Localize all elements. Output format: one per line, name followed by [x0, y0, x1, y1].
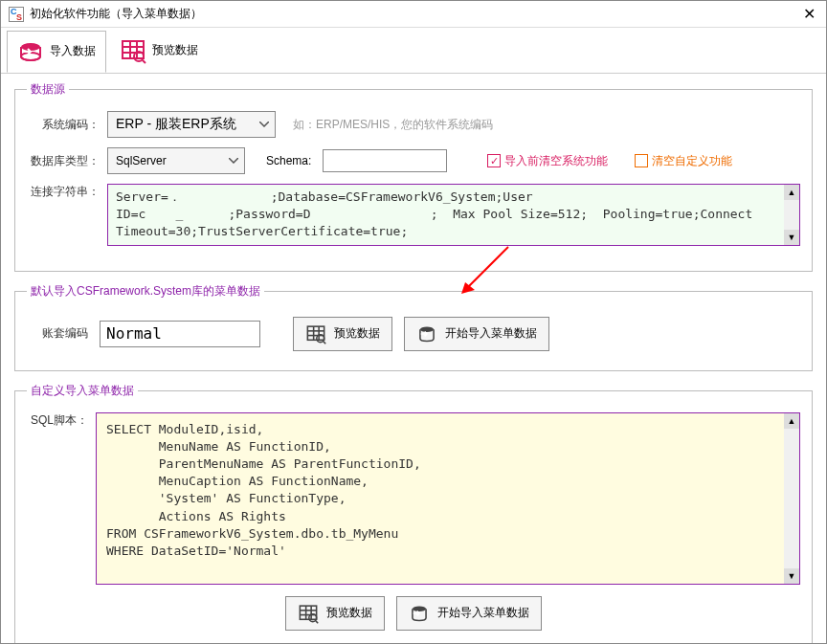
syscode-value: ERP - 服装ERP系统	[116, 116, 236, 133]
schema-label: Schema:	[266, 154, 311, 167]
svg-rect-2	[123, 41, 144, 58]
custom-preview-label: 预览数据	[326, 605, 372, 621]
scroll-up-icon[interactable]: ▲	[784, 413, 799, 429]
scroll-down-icon[interactable]: ▼	[784, 568, 799, 584]
custom-start-label: 开始导入菜单数据	[437, 605, 529, 621]
svg-point-24	[413, 606, 426, 611]
syscode-combo[interactable]: ERP - 服装ERP系统	[107, 111, 276, 138]
connstr-label: 连接字符串：	[27, 184, 100, 200]
custom-start-import-button[interactable]: 开始导入菜单数据	[396, 596, 542, 631]
scroll-up-icon[interactable]: ▲	[784, 185, 799, 200]
sql-script-textarea[interactable]: SELECT ModuleID,isid, MenuName AS Functi…	[96, 412, 800, 585]
svg-point-1	[21, 53, 40, 60]
custom-import-legend: 自定义导入菜单数据	[27, 383, 138, 399]
preview-grid-icon	[305, 323, 326, 344]
custom-import-group: 自定义导入菜单数据 SQL脚本： SELECT ModuleID,isid, M…	[14, 383, 813, 643]
import-db-icon	[416, 323, 437, 344]
chevron-down-icon	[259, 122, 269, 127]
scrollbar[interactable]: ▲ ▼	[784, 185, 799, 245]
checkbox-icon	[635, 154, 648, 167]
checkbox-icon: ✓	[487, 154, 501, 167]
syscode-hint: 如：ERP/MES/HIS，您的软件系统编码	[293, 117, 493, 133]
window: 初始化软件功能（导入菜单数据） ✕ 导入数据 预览数据 数据源 系统编码： ER…	[0, 0, 827, 644]
import-icon	[17, 38, 44, 65]
account-code-input[interactable]	[100, 321, 260, 347]
tab-import-data[interactable]: 导入数据	[7, 31, 106, 73]
close-button[interactable]: ✕	[799, 5, 818, 24]
default-start-import-button[interactable]: 开始导入菜单数据	[404, 317, 549, 351]
default-preview-button[interactable]: 预览数据	[293, 317, 392, 351]
connection-string-textarea[interactable]: Server=． ;Database=CSFrameworkV6_System;…	[107, 184, 800, 246]
default-import-group: 默认导入CSFramework.System库的菜单数据 账套编码 预览数据 开…	[14, 283, 813, 371]
default-import-legend: 默认导入CSFramework.System库的菜单数据	[27, 283, 264, 300]
app-logo-icon	[9, 7, 24, 22]
clear-sysfunc-label: 导入前清空系统功能	[504, 153, 608, 169]
svg-rect-9	[307, 326, 324, 340]
dbtype-value: SqlServer	[116, 154, 167, 167]
svg-point-0	[21, 43, 40, 51]
scrollbar[interactable]: ▲ ▼	[784, 413, 799, 584]
content-area: 数据源 系统编码： ERP - 服装ERP系统 如：ERP/MES/HIS，您的…	[1, 74, 826, 643]
svg-rect-17	[300, 606, 316, 619]
titlebar: 初始化软件功能（导入菜单数据） ✕	[1, 1, 826, 28]
sql-label: SQL脚本：	[27, 412, 88, 429]
clear-sysfunc-checkbox[interactable]: ✓ 导入前清空系统功能	[487, 153, 608, 169]
datasource-legend: 数据源	[27, 81, 69, 98]
syscode-label: 系统编码：	[27, 117, 100, 133]
account-label: 账套编码	[27, 325, 88, 342]
svg-line-15	[324, 341, 325, 343]
tab-bar: 导入数据 预览数据	[1, 28, 826, 74]
svg-line-8	[143, 60, 145, 63]
default-start-label: 开始导入菜单数据	[445, 325, 537, 342]
schema-input[interactable]	[323, 149, 447, 172]
clear-custom-checkbox[interactable]: 清空自定义功能	[635, 153, 732, 169]
preview-grid-icon	[120, 37, 146, 64]
custom-preview-button[interactable]: 预览数据	[285, 596, 385, 631]
tab-import-label: 导入数据	[50, 43, 96, 59]
clear-custom-label: 清空自定义功能	[652, 153, 732, 169]
svg-line-23	[316, 620, 318, 622]
preview-grid-icon	[298, 603, 319, 624]
window-title: 初始化软件功能（导入菜单数据）	[30, 6, 799, 22]
datasource-group: 数据源 系统编码： ERP - 服装ERP系统 如：ERP/MES/HIS，您的…	[14, 81, 813, 272]
chevron-down-icon	[229, 158, 238, 164]
import-db-icon	[409, 603, 430, 624]
svg-point-16	[420, 326, 434, 332]
dbtype-label: 数据库类型：	[27, 153, 100, 169]
default-preview-label: 预览数据	[334, 325, 380, 342]
dbtype-combo[interactable]: SqlServer	[107, 147, 245, 174]
tab-preview-data[interactable]: 预览数据	[110, 30, 208, 72]
scroll-down-icon[interactable]: ▼	[784, 230, 799, 245]
tab-preview-label: 预览数据	[152, 42, 198, 58]
